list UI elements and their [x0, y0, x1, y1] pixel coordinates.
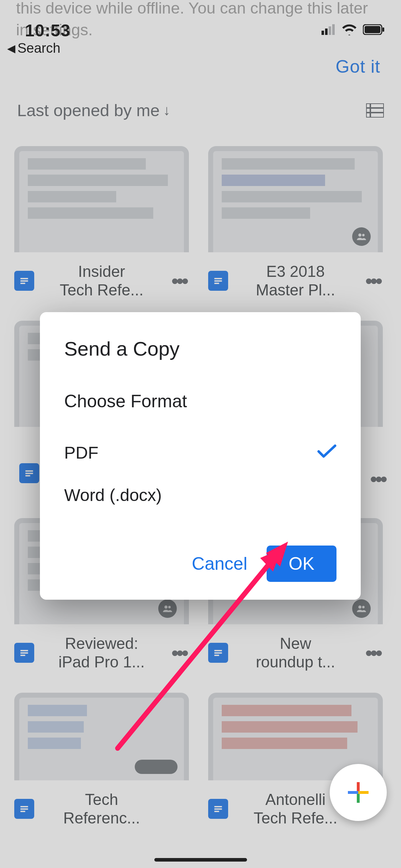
- svg-rect-12: [20, 280, 28, 282]
- docs-file-icon: [19, 463, 39, 483]
- svg-rect-33: [214, 808, 222, 810]
- svg-rect-22: [20, 652, 28, 653]
- wifi-icon: [341, 24, 357, 37]
- svg-rect-0: [322, 31, 324, 35]
- sort-selector[interactable]: Last opened by me ↓: [17, 100, 170, 120]
- svg-rect-17: [214, 280, 222, 282]
- svg-rect-32: [214, 806, 222, 807]
- got-it-button[interactable]: Got it: [336, 56, 380, 77]
- svg-rect-3: [332, 24, 335, 35]
- sort-arrow-down-icon: ↓: [163, 102, 170, 118]
- svg-rect-40: [348, 791, 358, 794]
- svg-rect-39: [357, 792, 360, 803]
- svg-rect-6: [382, 27, 384, 32]
- docs-file-icon: [14, 799, 34, 819]
- sort-label-text: Last opened by me: [17, 100, 160, 120]
- svg-rect-13: [20, 283, 25, 284]
- svg-rect-29: [20, 806, 28, 807]
- more-options-icon[interactable]: •••: [363, 269, 383, 293]
- back-triangle-icon: ◀: [7, 42, 15, 55]
- dialog-title: Send a Copy: [64, 337, 336, 360]
- shared-badge-icon: [352, 227, 371, 246]
- svg-rect-30: [20, 808, 28, 810]
- doc-card[interactable]: E3 2018 Master Pl... •••: [208, 146, 383, 299]
- svg-rect-26: [214, 650, 222, 651]
- docs-file-icon: [208, 643, 228, 663]
- svg-rect-2: [329, 26, 331, 35]
- back-to-search[interactable]: ◀ Search: [7, 41, 60, 56]
- svg-rect-41: [358, 791, 369, 794]
- svg-rect-27: [214, 652, 222, 653]
- format-label: PDF: [64, 443, 98, 463]
- checkmark-icon: [317, 443, 336, 463]
- doc-title-line2: Master Pl...: [234, 281, 357, 299]
- list-view-icon[interactable]: [366, 103, 384, 118]
- svg-point-19: [164, 605, 168, 609]
- docs-file-icon: [208, 271, 228, 291]
- dialog-subtitle: Choose Format: [64, 391, 336, 412]
- shared-badge-icon: [158, 599, 177, 618]
- svg-point-20: [168, 606, 171, 608]
- back-label: Search: [17, 41, 60, 56]
- doc-title-line1: E3 2018: [234, 262, 357, 281]
- svg-rect-38: [357, 782, 360, 792]
- docs-file-icon: [208, 799, 228, 819]
- svg-rect-28: [214, 655, 219, 656]
- shared-badge-icon: [352, 599, 371, 618]
- status-bar: 10:53: [0, 0, 401, 46]
- more-options-icon[interactable]: •••: [169, 641, 189, 665]
- doc-title-line2: roundup t...: [234, 653, 357, 671]
- doc-title-line1: New: [234, 634, 357, 653]
- doc-thumbnail: [208, 146, 383, 252]
- doc-title-line1: Reviewed:: [40, 634, 163, 653]
- docs-file-icon: [14, 271, 34, 291]
- doc-thumbnail: [14, 693, 189, 780]
- cancel-button[interactable]: Cancel: [192, 553, 247, 574]
- create-fab[interactable]: [330, 764, 387, 821]
- svg-rect-34: [214, 811, 219, 812]
- doc-thumbnail: [14, 146, 189, 252]
- home-indicator: [154, 858, 247, 862]
- plus-icon: [346, 780, 371, 805]
- svg-point-15: [362, 234, 365, 236]
- send-copy-dialog: Send a Copy Choose Format PDF Word (.doc…: [40, 312, 361, 600]
- ok-button[interactable]: OK: [267, 546, 336, 582]
- svg-rect-7: [366, 103, 384, 118]
- svg-point-14: [358, 233, 361, 237]
- svg-point-24: [358, 605, 361, 609]
- svg-rect-5: [365, 26, 380, 33]
- status-time: 10:53: [25, 21, 71, 40]
- svg-rect-36: [25, 473, 33, 474]
- svg-rect-37: [25, 475, 30, 476]
- doc-title-line1: Insider: [40, 262, 163, 281]
- svg-rect-23: [20, 655, 25, 656]
- svg-rect-31: [20, 811, 25, 812]
- more-options-icon[interactable]: •••: [363, 641, 383, 665]
- docs-file-icon: [14, 643, 34, 663]
- svg-rect-1: [325, 29, 328, 35]
- doc-title-line2: iPad Pro 1...: [40, 653, 163, 671]
- cellular-icon: [322, 24, 336, 36]
- format-option-word[interactable]: Word (.docx): [64, 474, 336, 516]
- svg-rect-35: [25, 470, 33, 472]
- doc-title-line2: Tech Refe...: [40, 281, 163, 299]
- doc-title-line1: Tech: [40, 790, 163, 809]
- doc-title-line2: Referenc...: [40, 809, 163, 827]
- format-label: Word (.docx): [64, 485, 162, 505]
- shared-badge-icon: [135, 760, 178, 774]
- svg-rect-11: [20, 278, 28, 279]
- format-option-pdf[interactable]: PDF: [64, 432, 336, 474]
- battery-icon: [363, 24, 385, 36]
- more-options-icon[interactable]: •••: [169, 269, 189, 293]
- svg-rect-18: [214, 283, 219, 284]
- svg-point-25: [362, 606, 365, 608]
- more-options-icon[interactable]: •••: [370, 467, 385, 491]
- doc-card[interactable]: Tech Referenc... •••: [14, 693, 189, 827]
- doc-card[interactable]: Insider Tech Refe... •••: [14, 146, 189, 299]
- svg-rect-16: [214, 278, 222, 279]
- svg-rect-21: [20, 650, 28, 651]
